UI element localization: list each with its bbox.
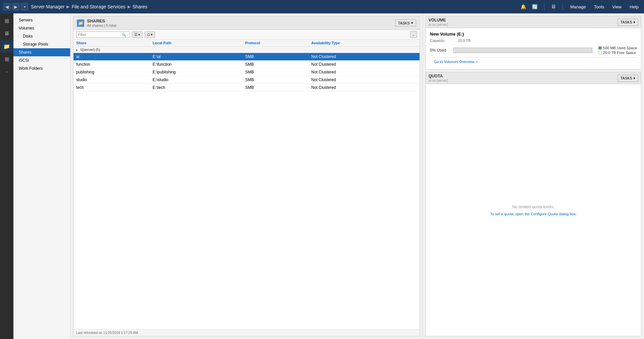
icon-bar-dashboard[interactable]: ⊞: [1, 15, 13, 27]
forward-button[interactable]: ▶: [12, 3, 19, 10]
col-local-path[interactable]: Local Path: [150, 40, 243, 47]
sidebar-item-iscsi[interactable]: iSCSI: [13, 56, 70, 64]
content-area: 📁 SHARES All shares | 5 total TASKS ▾ 🔍: [70, 13, 423, 339]
quota-section-title: QUOTA: [429, 74, 448, 78]
legend-free-label: 20.0 TB Free Space: [603, 51, 636, 55]
table-row[interactable]: studio E:\studio SMB Not Clustered: [73, 76, 419, 84]
filter-bar: 🔍 ☰ ▾ ⊙ ▾ ⌄: [73, 30, 419, 40]
volume-tasks-button[interactable]: TASKS ▾: [617, 19, 638, 26]
icon-bar-file-storage[interactable]: 📁: [1, 40, 13, 52]
volume-header-text: VOLUME ai on [server]: [429, 18, 448, 26]
sidebar-item-shares[interactable]: Shares: [13, 48, 70, 56]
col-protocol[interactable]: Protocol: [242, 40, 308, 47]
shares-tasks-dropdown-icon: ▾: [411, 21, 413, 25]
sidebar-item-volumes[interactable]: Volumes: [13, 24, 70, 32]
sidebar-item-storage-pools[interactable]: Storage Pools: [13, 40, 70, 48]
quota-tasks-button[interactable]: TASKS ▾: [617, 75, 638, 82]
group-name: \\[server] (5): [80, 48, 100, 52]
shares-folder-icon: 📁: [78, 21, 83, 25]
table-header-row: Share Local Path Protocol Availability T…: [73, 40, 419, 47]
breadcrumb: Server Manager ▶ File and Storage Servic…: [31, 4, 520, 9]
volume-content: New Volume (E:) Capacity: 20.0 TB 0% Use…: [426, 28, 641, 69]
share-protocol: SMB: [242, 76, 308, 84]
help-menu[interactable]: Help: [628, 4, 641, 9]
share-protocol: SMB: [242, 53, 308, 61]
icon-bar-servers[interactable]: 🖥: [1, 27, 13, 40]
quota-section-subtext: ai on [server]: [429, 79, 448, 82]
col-availability[interactable]: Availability Type: [309, 40, 419, 47]
volume-name: New Volume (E:): [430, 32, 637, 37]
sidebar-item-work-folders[interactable]: Work Folders: [13, 64, 70, 72]
filter-input-wrap: 🔍: [76, 32, 130, 38]
legend-free-dot: [598, 51, 602, 54]
volume-usage-row: 0% Used 500 MB Used Space 20.0 TB Free S…: [430, 46, 637, 55]
back-button[interactable]: ◀: [3, 3, 11, 10]
icon-bar: ⊞ 🖥 📁 ⊞ »: [0, 13, 13, 339]
usage-label: 0% Used: [430, 48, 450, 53]
shares-table: Share Local Path Protocol Availability T…: [73, 40, 419, 92]
legend-free: 20.0 TB Free Space: [598, 51, 637, 55]
table-row[interactable]: function E:\function SMB Not Clustered: [73, 61, 419, 68]
sort-icon: ⊙: [147, 33, 150, 37]
quota-section-header: QUOTA ai on [server] TASKS ▾: [426, 72, 641, 84]
shares-tasks-button[interactable]: TASKS ▾: [395, 19, 416, 26]
view-dropdown-icon: ▾: [138, 33, 140, 37]
quota-section: QUOTA ai on [server] TASKS ▾ No related …: [426, 72, 641, 336]
filter-input[interactable]: [78, 33, 121, 37]
refresh-icon[interactable]: 🔄: [531, 3, 539, 10]
shares-table-wrap[interactable]: Share Local Path Protocol Availability T…: [73, 40, 419, 329]
table-row[interactable]: ai E:\ai SMB Not Clustered: [73, 53, 419, 61]
quota-content: No related quota exists. To set a quota,…: [426, 84, 641, 336]
breadcrumb-sep-2: ▶: [128, 4, 131, 9]
dropdown-button[interactable]: ▾: [21, 3, 28, 10]
notification-icon[interactable]: 🔔: [520, 3, 527, 10]
breadcrumb-server-manager[interactable]: Server Manager: [31, 4, 64, 9]
usage-legend: 500 MB Used Space 20.0 TB Free Space: [598, 46, 637, 55]
share-name: studio: [73, 76, 150, 84]
view-menu[interactable]: View: [610, 4, 624, 9]
group-triangle: ▸: [76, 48, 78, 52]
manage-menu[interactable]: Manage: [568, 4, 588, 9]
tools-menu[interactable]: Tools: [592, 4, 606, 9]
status-bar: Last refreshed on 11/25/2019 1:17:29 AM: [73, 329, 419, 336]
sort-dropdown-icon: ▾: [151, 33, 153, 37]
collapse-button[interactable]: ⌄: [410, 31, 417, 38]
icon-bar-expand[interactable]: »: [1, 66, 13, 78]
sidebar-item-servers[interactable]: Servers: [13, 16, 70, 24]
share-availability: Not Clustered: [309, 84, 419, 92]
group-row[interactable]: ▸ \\[server] (5): [73, 47, 419, 53]
main-layout: ⊞ 🖥 📁 ⊞ » Servers Volumes Disks Storage …: [0, 13, 644, 339]
configure-quota-link[interactable]: To set a quota, open the Configure Quota…: [490, 212, 577, 216]
share-protocol: SMB: [242, 68, 308, 76]
share-path: E:\tech: [150, 84, 243, 92]
topbar-divider: [544, 3, 544, 10]
go-to-volumes-link[interactable]: Go to Volumes Overview >: [430, 57, 637, 66]
share-path: E:\function: [150, 61, 243, 68]
icon-bar-roles[interactable]: ⊞: [1, 53, 13, 65]
search-icon[interactable]: 🔍: [121, 33, 126, 37]
col-share[interactable]: Share: [73, 40, 150, 47]
shares-header: 📁 SHARES All shares | 5 total TASKS ▾: [73, 16, 419, 30]
shares-header-icon: 📁: [77, 19, 84, 27]
view-button[interactable]: ☰ ▾: [132, 32, 143, 38]
volume-capacity: Capacity: 20.0 TB: [430, 39, 637, 43]
share-protocol: SMB: [242, 61, 308, 68]
usage-bar: [453, 48, 592, 53]
sort-button[interactable]: ⊙ ▾: [145, 32, 155, 38]
breadcrumb-file-storage[interactable]: File and Storage Services: [71, 4, 125, 9]
shares-panel: 📁 SHARES All shares | 5 total TASKS ▾ 🔍: [73, 16, 420, 336]
volume-section: VOLUME ai on [server] TASKS ▾ New Volume…: [426, 16, 641, 69]
share-path: E:\studio: [150, 76, 243, 84]
share-protocol: SMB: [242, 84, 308, 92]
table-row[interactable]: publishing E:\publishing SMB Not Cluster…: [73, 68, 419, 76]
table-row[interactable]: tech E:\tech SMB Not Clustered: [73, 84, 419, 92]
capacity-label: Capacity:: [430, 39, 457, 43]
sidebar-item-disks[interactable]: Disks: [13, 32, 70, 40]
shares-title: SHARES: [87, 18, 392, 23]
share-availability: Not Clustered: [309, 53, 419, 61]
breadcrumb-sep-1: ▶: [66, 4, 69, 9]
right-panel: VOLUME ai on [server] TASKS ▾ New Volume…: [423, 13, 644, 339]
group-label: ▸ \\[server] (5): [73, 47, 419, 53]
volume-section-subtext: ai on [server]: [429, 23, 448, 26]
shares-subtitle: All shares | 5 total: [87, 23, 392, 27]
